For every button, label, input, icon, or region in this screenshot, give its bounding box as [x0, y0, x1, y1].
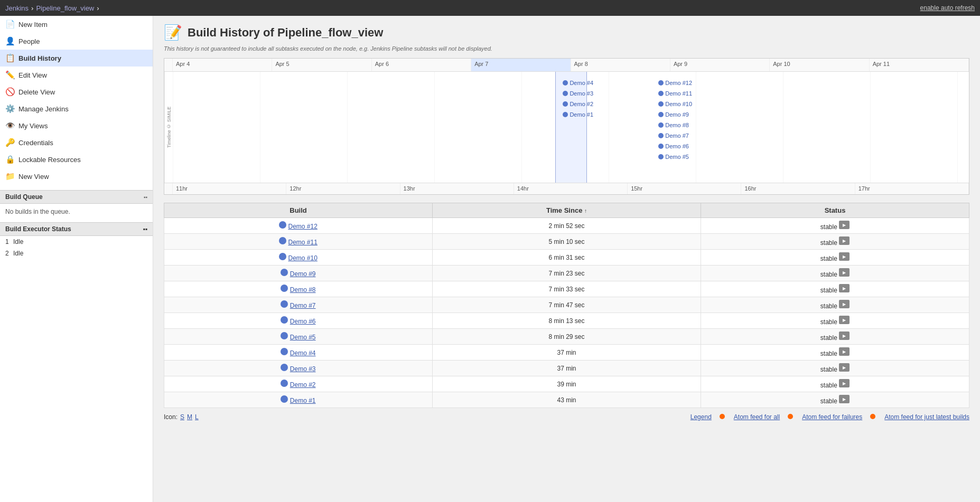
build-link[interactable]: Demo #10	[288, 254, 317, 262]
build-executor-collapse[interactable]: ▪▪	[143, 225, 147, 233]
status-cell: stable	[701, 329, 969, 345]
sidebar-item-delete-view[interactable]: 🚫 Delete View	[0, 83, 153, 100]
table-row: Demo #77 min 47 secstable	[164, 297, 969, 313]
status-text: stable	[820, 382, 837, 389]
sidebar-item-new-item[interactable]: 📄 New Item	[0, 16, 153, 33]
view-link[interactable]: Pipeline_flow_view	[36, 4, 94, 12]
table-row: Demo #122 min 52 secstable	[164, 218, 969, 234]
chart-build-demo2[interactable]: Demo #2	[563, 101, 593, 107]
sidebar-item-lockable-resources[interactable]: 🔒 Lockable Resources	[0, 151, 153, 168]
build-link[interactable]: Demo #9	[290, 270, 316, 278]
icon-size-l[interactable]: L	[195, 413, 199, 421]
chart-build-demo6[interactable]: Demo #6	[658, 143, 689, 149]
timeline-credit: Timeline © SIMILE	[164, 72, 173, 183]
date-apr6: Apr 6	[372, 59, 471, 71]
sidebar-item-people[interactable]: 👤 People	[0, 33, 153, 50]
atom-latest-link[interactable]: Atom feed for just latest builds	[884, 413, 969, 421]
sidebar-item-my-views[interactable]: 👁️ My Views	[0, 117, 153, 134]
icon-size-s[interactable]: S	[180, 413, 184, 421]
auto-refresh-button[interactable]: enable auto refresh	[920, 4, 975, 12]
timeline-body: Timeline © SIMILE Demo #4 Demo #3	[164, 72, 969, 183]
time-since-cell: 7 min 33 sec	[433, 281, 701, 297]
console-icon[interactable]	[839, 221, 850, 229]
build-cell: Demo #9	[164, 266, 433, 281]
console-icon[interactable]	[839, 331, 850, 340]
sidebar-label-manage-jenkins: Manage Jenkins	[18, 105, 69, 113]
dot-demo4	[563, 80, 568, 86]
chart-build-demo5[interactable]: Demo #5	[658, 154, 689, 160]
date-apr5: Apr 5	[272, 59, 371, 71]
table-row: Demo #437 minstable	[164, 345, 969, 361]
chart-build-demo4[interactable]: Demo #4	[563, 80, 593, 86]
console-icon[interactable]	[839, 236, 850, 245]
build-link[interactable]: Demo #6	[290, 318, 316, 325]
console-icon[interactable]	[839, 379, 850, 387]
build-cell: Demo #10	[164, 250, 433, 266]
console-icon[interactable]	[839, 268, 850, 277]
build-link[interactable]: Demo #8	[290, 286, 316, 293]
console-icon[interactable]	[839, 395, 850, 403]
atom-all-link[interactable]: Atom feed for all	[734, 413, 780, 421]
col-header-status[interactable]: Status	[701, 203, 969, 218]
build-link[interactable]: Demo #3	[290, 365, 316, 373]
dot-demo5	[658, 154, 664, 159]
chart-build-demo3[interactable]: Demo #3	[563, 90, 593, 97]
executor-1-status: Idle	[13, 238, 23, 245]
icon-size-m[interactable]: M	[187, 413, 192, 421]
console-icon[interactable]	[839, 284, 850, 292]
icon-size-controls: Icon: S M L	[164, 413, 199, 421]
sidebar-item-new-view[interactable]: 📁 New View	[0, 168, 153, 185]
timeline-selected-marker	[555, 72, 587, 183]
build-link[interactable]: Demo #1	[290, 397, 316, 404]
people-icon: 👤	[5, 36, 15, 46]
status-dot	[281, 348, 288, 355]
status-dot	[279, 237, 286, 244]
status-text: stable	[820, 287, 837, 294]
chart-build-demo10[interactable]: Demo #10	[658, 101, 692, 107]
console-icon[interactable]	[839, 300, 850, 308]
new-item-icon: 📄	[5, 20, 15, 29]
sidebar-item-manage-jenkins[interactable]: ⚙️ Manage Jenkins	[0, 100, 153, 117]
chart-build-demo11[interactable]: Demo #11	[658, 90, 692, 97]
jenkins-link[interactable]: Jenkins	[5, 4, 29, 12]
chart-build-demo7[interactable]: Demo #7	[658, 132, 689, 139]
time-since-cell: 6 min 31 sec	[433, 250, 701, 266]
chart-build-demo9[interactable]: Demo #9	[658, 111, 689, 118]
atom-failures-link[interactable]: Atom feed for failures	[802, 413, 862, 421]
time-since-cell: 8 min 13 sec	[433, 313, 701, 329]
build-link[interactable]: Demo #7	[290, 302, 316, 309]
status-dot	[281, 285, 288, 292]
table-row: Demo #97 min 23 secstable	[164, 266, 969, 281]
chart-build-demo12[interactable]: Demo #12	[658, 80, 692, 86]
build-queue-collapse[interactable]: ▪▪	[144, 194, 147, 200]
build-cell: Demo #6	[164, 313, 433, 329]
console-icon[interactable]	[839, 316, 850, 324]
sidebar-item-edit-view[interactable]: ✏️ Edit View	[0, 67, 153, 83]
build-link[interactable]: Demo #5	[290, 334, 316, 341]
sidebar-label-lockable-resources: Lockable Resources	[18, 156, 81, 164]
legend-link[interactable]: Legend	[690, 413, 712, 421]
sidebar-label-edit-view: Edit View	[18, 71, 47, 79]
chart-build-demo1[interactable]: Demo #1	[563, 111, 593, 118]
console-icon[interactable]	[839, 252, 850, 261]
build-queue-content: No builds in the queue.	[0, 204, 153, 220]
chart-build-demo8[interactable]: Demo #8	[658, 122, 689, 128]
col-header-build[interactable]: Build	[164, 203, 433, 218]
executor-2: 2 Idle	[0, 248, 153, 259]
console-icon[interactable]	[839, 363, 850, 372]
sidebar-item-build-history[interactable]: 📋 Build History	[0, 50, 153, 67]
build-link[interactable]: Demo #12	[288, 223, 317, 230]
table-row: Demo #337 minstable	[164, 361, 969, 376]
rss-icon-all	[720, 413, 726, 421]
build-link[interactable]: Demo #11	[288, 239, 317, 246]
sidebar-item-credentials[interactable]: 🔑 Credentials	[0, 134, 153, 151]
console-icon[interactable]	[839, 347, 850, 356]
dot-demo6	[658, 144, 664, 149]
col-header-time-since[interactable]: Time Since ↑	[433, 203, 701, 218]
status-dot	[281, 380, 288, 387]
build-link[interactable]: Demo #4	[290, 349, 316, 357]
breadcrumb: Jenkins › Pipeline_flow_view ›	[5, 4, 99, 12]
build-cell: Demo #7	[164, 297, 433, 313]
build-link[interactable]: Demo #2	[290, 381, 316, 389]
date-apr9: Apr 9	[670, 59, 770, 71]
